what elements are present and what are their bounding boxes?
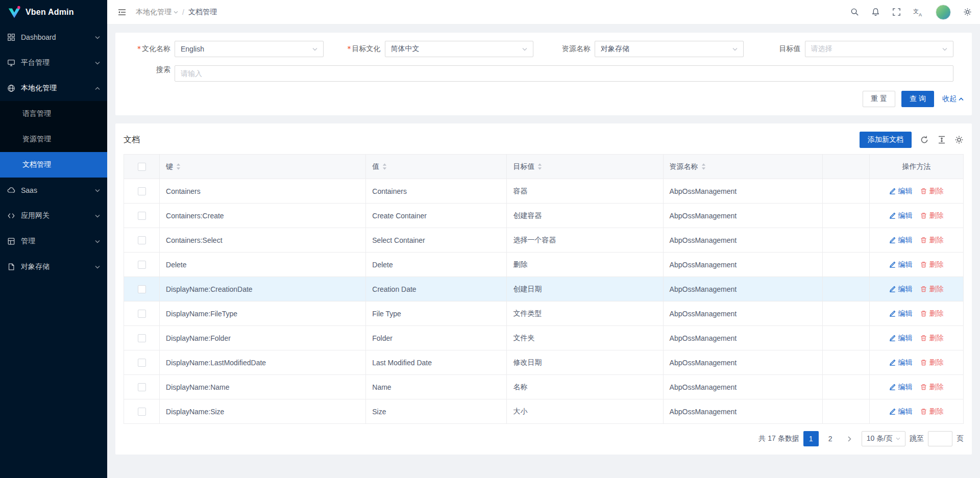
settings-gear-icon[interactable] bbox=[963, 8, 972, 16]
sidebar-item-localization-management[interactable]: 本地化管理 bbox=[0, 76, 107, 101]
sidebar-item-app-gateway[interactable]: 应用网关 bbox=[0, 203, 107, 229]
row-checkbox[interactable] bbox=[138, 383, 146, 391]
cell-spacer bbox=[822, 253, 869, 277]
page-button-1[interactable]: 1 bbox=[803, 431, 819, 446]
sidebar-item-dashboard[interactable]: Dashboard bbox=[0, 24, 107, 50]
edit-button[interactable]: 编辑 bbox=[889, 211, 912, 220]
row-height-icon[interactable] bbox=[937, 135, 946, 144]
row-checkbox[interactable] bbox=[138, 359, 146, 367]
delete-button[interactable]: 删除 bbox=[920, 407, 943, 416]
trash-icon bbox=[920, 237, 927, 243]
table-row[interactable]: DisplayName:Size Size 大小 AbpOssManagemen… bbox=[124, 399, 964, 424]
field-target-value: 目标值 请选择 bbox=[754, 41, 964, 57]
table-toolbar: 文档 添加新文档 bbox=[124, 132, 964, 148]
trash-icon bbox=[920, 286, 927, 292]
delete-button[interactable]: 删除 bbox=[920, 260, 943, 269]
delete-button[interactable]: 删除 bbox=[920, 211, 943, 220]
sidebar-collapse-icon[interactable] bbox=[115, 6, 129, 19]
delete-button[interactable]: 删除 bbox=[920, 285, 943, 294]
refresh-icon[interactable] bbox=[920, 135, 929, 144]
next-page-button[interactable] bbox=[842, 431, 857, 446]
pencil-icon bbox=[889, 335, 896, 341]
delete-button[interactable]: 删除 bbox=[920, 187, 943, 196]
row-checkbox[interactable] bbox=[138, 285, 146, 293]
sort-icon[interactable] bbox=[537, 163, 542, 170]
row-checkbox[interactable] bbox=[138, 212, 146, 220]
delete-button[interactable]: 删除 bbox=[920, 383, 943, 392]
table-row[interactable]: Delete Delete 删除 AbpOssManagement 编辑 删除 bbox=[124, 253, 964, 277]
resource-name-select[interactable]: 对象存储 bbox=[595, 41, 744, 57]
avatar[interactable] bbox=[936, 5, 951, 20]
sidebar-item-saas[interactable]: Saas bbox=[0, 178, 107, 203]
table-row[interactable]: Containers:Select Select Container 选择一个容… bbox=[124, 228, 964, 253]
search-input[interactable] bbox=[175, 65, 953, 82]
target-culture-select[interactable]: 简体中文 bbox=[385, 41, 534, 57]
delete-button[interactable]: 删除 bbox=[920, 358, 943, 367]
edit-button[interactable]: 编辑 bbox=[889, 383, 912, 392]
collapse-filter-link[interactable]: 收起 bbox=[942, 94, 964, 104]
breadcrumb-item-localization[interactable]: 本地化管理 bbox=[136, 8, 178, 17]
table-row[interactable]: DisplayName:Folder Folder 文件夹 AbpOssMana… bbox=[124, 326, 964, 350]
sort-icon[interactable] bbox=[176, 163, 181, 170]
edit-button[interactable]: 编辑 bbox=[889, 309, 912, 318]
edit-button[interactable]: 编辑 bbox=[889, 236, 912, 245]
query-button[interactable]: 查 询 bbox=[901, 91, 934, 107]
sort-icon[interactable] bbox=[382, 163, 387, 170]
edit-button[interactable]: 编辑 bbox=[889, 260, 912, 269]
delete-label: 删除 bbox=[929, 211, 943, 220]
row-checkbox[interactable] bbox=[138, 236, 146, 244]
target-value-select[interactable]: 请选择 bbox=[805, 41, 954, 57]
fullscreen-icon[interactable] bbox=[892, 8, 901, 16]
delete-button[interactable]: 删除 bbox=[920, 236, 943, 245]
delete-button[interactable]: 删除 bbox=[920, 334, 943, 343]
cell-key: DisplayName:FileType bbox=[160, 301, 366, 326]
sidebar-item-resource-management[interactable]: 资源管理 bbox=[0, 127, 107, 152]
sort-icon[interactable] bbox=[701, 163, 706, 170]
delete-button[interactable]: 删除 bbox=[920, 309, 943, 318]
table-row[interactable]: Containers Containers 容器 AbpOssManagemen… bbox=[124, 179, 964, 204]
required-star: * bbox=[348, 44, 351, 53]
row-checkbox[interactable] bbox=[138, 187, 146, 195]
cell-resource-name: AbpOssManagement bbox=[663, 301, 822, 326]
page-button-2[interactable]: 2 bbox=[823, 431, 838, 446]
table-row[interactable]: DisplayName:Name Name 名称 AbpOssManagemen… bbox=[124, 375, 964, 399]
add-document-button[interactable]: 添加新文档 bbox=[860, 132, 912, 148]
translate-icon[interactable]: 文A bbox=[913, 8, 923, 17]
svg-text:文: 文 bbox=[913, 8, 919, 14]
row-checkbox[interactable] bbox=[138, 334, 146, 342]
edit-button[interactable]: 编辑 bbox=[889, 407, 912, 416]
notification-bell-icon[interactable] bbox=[871, 8, 880, 16]
search-icon[interactable] bbox=[850, 8, 859, 16]
cell-value: Creation Date bbox=[366, 277, 507, 301]
edit-button[interactable]: 编辑 bbox=[889, 358, 912, 367]
edit-button[interactable]: 编辑 bbox=[889, 187, 912, 196]
edit-label: 编辑 bbox=[898, 407, 912, 416]
chevron-down-icon bbox=[942, 47, 947, 51]
culture-name-select[interactable]: English bbox=[175, 41, 324, 57]
row-checkbox[interactable] bbox=[138, 408, 146, 416]
select-all-checkbox[interactable] bbox=[138, 163, 146, 171]
sidebar-item-management[interactable]: 管理 bbox=[0, 229, 107, 254]
page-size-select[interactable]: 10 条/页 bbox=[862, 431, 905, 446]
column-settings-gear-icon[interactable] bbox=[954, 135, 964, 144]
edit-button[interactable]: 编辑 bbox=[889, 334, 912, 343]
table-row[interactable]: DisplayName:FileType File Type 文件类型 AbpO… bbox=[124, 301, 964, 326]
cell-key: DisplayName:Size bbox=[160, 399, 366, 424]
table-row[interactable]: DisplayName:LastModifiedDate Last Modifi… bbox=[124, 350, 964, 375]
table-row[interactable]: DisplayName:CreationDate Creation Date 创… bbox=[124, 277, 964, 301]
sidebar-item-document-management[interactable]: 文档管理 bbox=[0, 152, 107, 178]
edit-button[interactable]: 编辑 bbox=[889, 285, 912, 294]
jump-page-input[interactable] bbox=[928, 431, 952, 446]
sidebar-item-language-management[interactable]: 语言管理 bbox=[0, 101, 107, 127]
sidebar-item-platform-management[interactable]: 平台管理 bbox=[0, 50, 107, 76]
edit-label: 编辑 bbox=[898, 309, 912, 318]
row-checkbox[interactable] bbox=[138, 310, 146, 318]
trash-icon bbox=[920, 408, 927, 415]
row-checkbox[interactable] bbox=[138, 261, 146, 269]
sidebar-item-object-storage[interactable]: 对象存储 bbox=[0, 254, 107, 280]
sidebar-item-label: 平台管理 bbox=[21, 58, 95, 67]
table-row[interactable]: Containers:Create Create Container 创建容器 … bbox=[124, 204, 964, 228]
jump-prefix-label: 跳至 bbox=[910, 434, 924, 443]
reset-button[interactable]: 重 置 bbox=[863, 91, 895, 107]
logo[interactable]: Vben Admin bbox=[0, 0, 107, 24]
